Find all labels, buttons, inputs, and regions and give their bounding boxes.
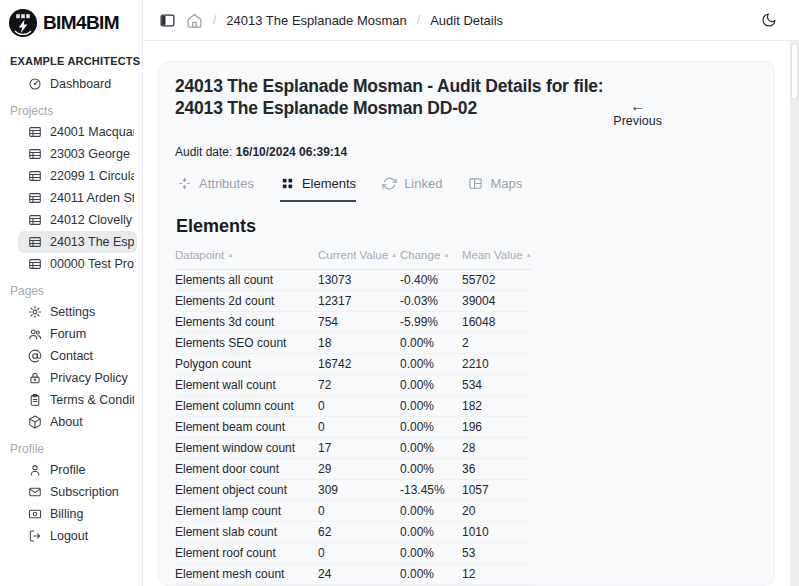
table-row: Polygon count167420.00%2210 <box>175 354 531 375</box>
value-cell: 0.00% <box>400 375 462 396</box>
credit-card-icon <box>28 507 42 521</box>
sidebar-item-profile[interactable]: Profile <box>18 459 137 481</box>
tab-bar: AttributesElementsLinkedMaps <box>175 176 758 202</box>
datapoint-cell: Element door count <box>175 459 318 480</box>
scrollbar-thumb[interactable] <box>791 43 798 99</box>
table-row: Elements 2d count12317-0.03%39004 <box>175 291 531 312</box>
tab-elements[interactable]: Elements <box>280 176 356 202</box>
value-cell: 20 <box>462 501 531 522</box>
column-label: Current Value <box>318 249 388 261</box>
logout-icon <box>28 529 42 543</box>
sidebar-item-about[interactable]: About <box>18 411 137 433</box>
datapoint-cell: Element column count <box>175 396 318 417</box>
tab-maps[interactable]: Maps <box>468 176 522 202</box>
datapoint-cell: Polygon count <box>175 354 318 375</box>
breadcrumb-project[interactable]: 24013 The Esplanade Mosman <box>226 13 406 28</box>
value-cell: 196 <box>462 417 531 438</box>
audit-card: 24013 The Esplanade Mosman - Audit Detai… <box>158 61 775 586</box>
value-cell: 0 <box>318 396 400 417</box>
value-cell: 0.00% <box>400 333 462 354</box>
table-row: Element wall count720.00%534 <box>175 375 531 396</box>
users-icon <box>28 327 42 341</box>
clipboard-icon <box>28 393 42 407</box>
sidebar-item-contact[interactable]: Contact <box>18 345 137 367</box>
mail-icon <box>28 485 42 499</box>
sidebar-project-item[interactable]: 00000 Test Project <box>18 253 137 275</box>
project-label: 24013 The Esplana <box>50 235 134 249</box>
scrollbar-track[interactable] <box>790 41 799 586</box>
value-cell: 0.00% <box>400 396 462 417</box>
column-header-change[interactable]: Change▲ <box>400 246 462 270</box>
sidebar-item-terms-conditions[interactable]: Terms & Conditions <box>18 389 137 411</box>
project-table-icon <box>28 191 42 205</box>
sidebar-project-item[interactable]: 22099 1 Circular Qu <box>18 165 137 187</box>
sidebar-project-item[interactable]: 24012 Clovelly Rd C <box>18 209 137 231</box>
audit-date-label: Audit date: <box>175 145 232 159</box>
arrow-left-icon: ← <box>613 99 662 113</box>
column-header-mean-value[interactable]: Mean Value▲ <box>462 246 531 270</box>
sidebar-item-billing[interactable]: Billing <box>18 503 137 525</box>
user-icon <box>28 463 42 477</box>
elements-table: Datapoint▲Current Value▲Change▲Mean Valu… <box>175 246 531 586</box>
breadcrumb-separator: / <box>213 13 216 27</box>
value-cell: 16048 <box>462 312 531 333</box>
tab-attributes[interactable]: Attributes <box>177 176 254 202</box>
audit-date-value: 16/10/2024 06:39:14 <box>236 145 347 159</box>
table-header-row: Datapoint▲Current Value▲Change▲Mean Valu… <box>175 246 531 270</box>
sidebar-item-label: Dashboard <box>50 77 134 91</box>
column-header-current-value[interactable]: Current Value▲ <box>318 246 400 270</box>
table-row: Element column count00.00%182 <box>175 396 531 417</box>
bim4bim-logo-icon <box>8 8 38 38</box>
sidebar-item-label: Forum <box>50 327 134 341</box>
org-name: EXAMPLE ARCHITECTS <box>0 42 142 73</box>
sidebar-project-item[interactable]: 24011 Arden St Coo <box>18 187 137 209</box>
previous-button[interactable]: ← Previous <box>613 99 662 128</box>
project-label: 22099 1 Circular Qu <box>50 169 134 183</box>
column-label: Mean Value <box>462 249 523 261</box>
sidebar-project-item[interactable]: 23003 George St S <box>18 143 137 165</box>
value-cell: 309 <box>318 480 400 501</box>
sidebar-item-logout[interactable]: Logout <box>18 525 137 547</box>
table-row: Element beam count00.00%196 <box>175 417 531 438</box>
table-row: Elements SEO count180.00%2 <box>175 333 531 354</box>
sidebar-item-subscription[interactable]: Subscription <box>18 481 137 503</box>
layout-table-icon <box>468 176 483 191</box>
sync-icon <box>382 176 397 191</box>
sidebar-item-settings[interactable]: Settings <box>18 301 137 323</box>
projects-list: 24001 Macquarie S23003 George St S22099 … <box>0 121 142 275</box>
value-cell: 62 <box>318 522 400 543</box>
tab-label: Elements <box>302 176 356 191</box>
value-cell: 0 <box>318 417 400 438</box>
sidebar-toggle-icon[interactable] <box>159 12 176 29</box>
breadcrumb-audit-details[interactable]: Audit Details <box>430 13 503 28</box>
datapoint-cell: Element roof count <box>175 543 318 564</box>
value-cell: 0.00% <box>400 543 462 564</box>
brand-logo[interactable]: BIM4BIM <box>0 0 142 42</box>
column-label: Datapoint <box>175 249 224 261</box>
value-cell: 2 <box>462 333 531 354</box>
arrows-unfold-icon <box>177 176 192 191</box>
gear-icon <box>28 305 42 319</box>
sidebar-item-privacy-policy[interactable]: Privacy Policy <box>18 367 137 389</box>
value-cell: 2210 <box>462 354 531 375</box>
sidebar-item-forum[interactable]: Forum <box>18 323 137 345</box>
column-header-datapoint[interactable]: Datapoint▲ <box>175 246 318 270</box>
moon-icon[interactable] <box>761 12 777 28</box>
sidebar-item-dashboard[interactable]: Dashboard <box>18 73 137 95</box>
sidebar-project-item[interactable]: 24013 The Esplana <box>18 231 137 253</box>
project-table-icon <box>28 125 42 139</box>
datapoint-cell: Element mesh count <box>175 564 318 585</box>
project-table-icon <box>28 147 42 161</box>
value-cell: 12317 <box>318 291 400 312</box>
tab-linked[interactable]: Linked <box>382 176 442 202</box>
project-label: 23003 George St S <box>50 147 134 161</box>
dashboard-icon <box>28 77 42 91</box>
sidebar-project-item[interactable]: 24001 Macquarie S <box>18 121 137 143</box>
datapoint-cell: Element wall count <box>175 375 318 396</box>
value-cell: -0.40% <box>400 270 462 291</box>
pages-list: SettingsForumContactPrivacy PolicyTerms … <box>0 301 142 433</box>
home-icon[interactable] <box>186 12 203 29</box>
datapoint-cell: Elements all count <box>175 270 318 291</box>
sidebar-section-pages: Pages <box>0 284 142 298</box>
breadcrumb-separator: / <box>417 13 420 27</box>
